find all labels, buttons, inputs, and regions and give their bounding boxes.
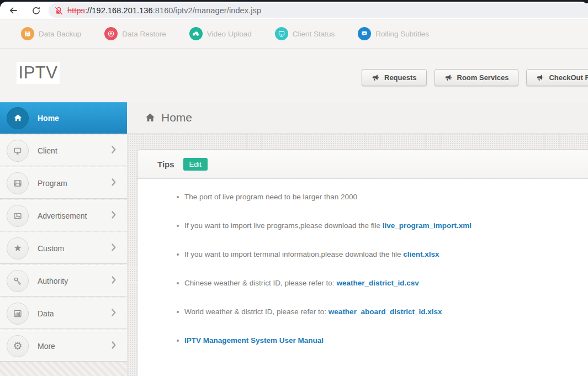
panel-title: Tips — [157, 160, 174, 169]
tip-text: World weather & district ID, please refe… — [184, 308, 329, 316]
chevron-right-icon — [112, 178, 116, 188]
browser-refresh-button[interactable] — [29, 4, 43, 17]
home-icon — [7, 107, 29, 129]
tip-link[interactable]: weather_district_id.csv — [336, 279, 419, 287]
image-icon — [7, 205, 29, 227]
tips-panel: Tips Edit The port of live program need … — [137, 149, 588, 376]
tip-link[interactable]: client.xlsx — [403, 250, 439, 258]
list-item: If you want to import terminal informati… — [184, 250, 574, 258]
sidebar-menu: Home Client Program Advertise — [0, 102, 127, 362]
chevron-right-icon — [112, 309, 116, 319]
tip-text: If you want to import live programs,plea… — [184, 221, 383, 230]
sidebar-item-data[interactable]: Data — [0, 298, 127, 329]
checkout-requests-button[interactable]: CheckOut Requ — [526, 69, 588, 86]
sidebar-item-custom[interactable]: ★ Custom — [0, 232, 127, 264]
sidebar-item-program[interactable]: Program — [0, 167, 127, 199]
url-text: https://192.168.201.136:8160/iptv2/manag… — [67, 6, 261, 15]
key-icon — [7, 270, 29, 292]
tool-label: Data Restore — [122, 30, 166, 38]
tips-list: The port of live program need to be larg… — [137, 179, 588, 345]
browser-back-button[interactable] — [7, 4, 20, 17]
data-restore-button[interactable]: Data Restore — [104, 27, 166, 40]
sidebar-item-label: Program — [38, 179, 67, 188]
button-label: Requests — [384, 73, 417, 82]
sidebar-item-label: Client — [38, 146, 57, 155]
back-arrow-icon — [8, 6, 18, 15]
film-icon — [7, 172, 29, 194]
button-label: CheckOut Requ — [549, 73, 588, 82]
upload-circle-icon — [104, 27, 118, 40]
sidebar-item-label: Home — [38, 114, 59, 123]
app-header: IPTV Requests Room Services CheckOut Req… — [0, 49, 588, 102]
chevron-right-icon — [112, 146, 116, 156]
bar-chart-icon — [7, 303, 29, 325]
chevron-right-icon — [112, 341, 116, 351]
megaphone-icon — [444, 74, 452, 82]
page-title: Home — [161, 111, 192, 124]
client-status-button[interactable]: Client Status — [275, 27, 335, 40]
tip-text: If you want to import terminal informati… — [184, 250, 403, 258]
refresh-icon — [31, 6, 41, 15]
sidebar-item-more[interactable]: ⚙ More — [0, 330, 127, 362]
sidebar-item-client[interactable]: Client — [0, 135, 127, 166]
content-area: Tips Edit The port of live program need … — [127, 134, 588, 376]
tip-text: Chinese weather & district ID, please re… — [184, 279, 336, 287]
chat-icon — [358, 27, 371, 40]
tip-link[interactable]: live_program_import.xml — [383, 221, 472, 230]
monitor-icon — [275, 27, 288, 40]
video-upload-button[interactable]: Video Upload — [189, 27, 252, 40]
home-icon — [145, 112, 156, 123]
header-buttons: Requests Room Services CheckOut Requ — [362, 69, 588, 86]
main-content: Home Tips Edit The port of live program … — [127, 102, 588, 376]
list-item: IPTV Management System User Manual — [184, 336, 574, 345]
sidebar-item-authority[interactable]: Authority — [0, 265, 127, 296]
list-item: The port of live program need to be larg… — [184, 193, 574, 201]
url-scheme: https — [67, 6, 85, 15]
gear-icon: ⚙ — [7, 335, 29, 357]
sidebar-item-label: Authority — [38, 277, 68, 285]
chevron-right-icon — [112, 276, 116, 286]
breadcrumb: Home — [127, 102, 588, 134]
url-path: :8160/iptv2/manager/index.jsp — [153, 6, 261, 15]
sidebar-item-label: Data — [38, 309, 54, 318]
tool-label: Rolling Subtitles — [375, 30, 429, 38]
url-host: ://192.168.201.136 — [85, 6, 153, 15]
sidebar-item-label: Custom — [38, 244, 64, 253]
list-item: Chinese weather & district ID, please re… — [184, 279, 574, 287]
room-services-button[interactable]: Room Services — [435, 69, 519, 86]
requests-button[interactable]: Requests — [362, 69, 427, 86]
tool-label: Client Status — [293, 30, 335, 38]
insecure-lock-icon — [54, 6, 63, 15]
tool-label: Data Backup — [39, 30, 81, 38]
button-label: Room Services — [457, 73, 509, 82]
chevron-right-icon — [112, 211, 116, 221]
megaphone-icon — [536, 74, 544, 82]
sidebar-item-label: Advertisement — [38, 211, 87, 220]
iptv-manager-window: https://192.168.201.136:8160/iptv2/manag… — [0, 0, 588, 376]
tool-label: Video Upload — [207, 30, 252, 38]
megaphone-icon — [372, 74, 379, 82]
tip-text: The port of live program need to be larg… — [184, 193, 357, 201]
tip-link[interactable]: weather_aboard_district_id.xlsx — [329, 308, 442, 316]
edit-button[interactable]: Edit — [183, 158, 208, 171]
rolling-subtitles-button[interactable]: Rolling Subtitles — [358, 27, 429, 40]
list-item: If you want to import live programs,plea… — [184, 221, 574, 230]
monitor-icon — [7, 140, 29, 162]
quick-toolbar: Data Backup Data Restore Video Upload Cl… — [0, 19, 588, 49]
list-item: World weather & district ID, please refe… — [184, 308, 574, 316]
star-icon: ★ — [7, 237, 29, 260]
tip-link[interactable]: IPTV Management System User Manual — [184, 336, 324, 345]
cloud-upload-icon — [189, 27, 203, 40]
sidebar-item-advertisement[interactable]: Advertisement — [0, 200, 127, 231]
sidebar-item-label: More — [38, 342, 55, 351]
tips-panel-header: Tips Edit — [137, 150, 588, 179]
browser-toolbar: https://192.168.201.136:8160/iptv2/manag… — [0, 2, 588, 19]
sidebar-item-home[interactable]: Home — [0, 102, 127, 134]
floppy-icon — [21, 27, 34, 40]
chevron-right-icon — [112, 243, 116, 253]
data-backup-button[interactable]: Data Backup — [21, 27, 81, 40]
address-bar[interactable]: https://192.168.201.136:8160/iptv2/manag… — [49, 3, 588, 18]
sidebar: Home Client Program Advertise — [0, 102, 127, 376]
app-logo: IPTV — [17, 62, 60, 84]
